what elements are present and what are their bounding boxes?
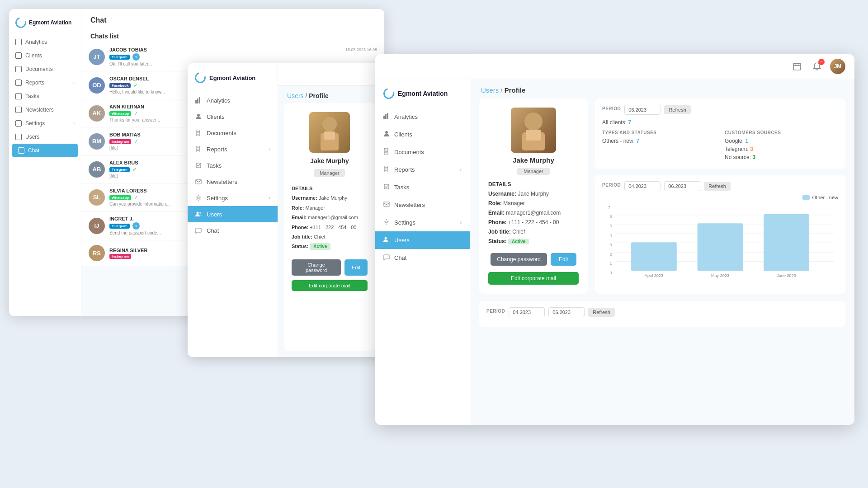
profile-role: Manager — [314, 169, 344, 177]
sidebar-item-settings-1[interactable]: Settings › — [9, 117, 81, 130]
no-source-count: 3 — [752, 154, 755, 160]
phone-row-3: Phone: +111 - 222 - 454 - 00 — [488, 219, 579, 225]
notification-icon-3[interactable] — [810, 60, 824, 73]
report-icon — [383, 166, 390, 174]
phone-row: Phone: +111 - 222 - 454 - 00 — [292, 224, 368, 231]
refresh-button-1[interactable]: Refresh — [664, 105, 691, 114]
sidebar-item-newsletters-3[interactable]: Newsletters — [375, 196, 470, 214]
window-analytics: JM Egmont Aviation Analytics Clients — [375, 54, 854, 425]
chevron-right-icon: › — [73, 121, 75, 126]
change-password-button[interactable]: Change password — [292, 259, 341, 276]
analytics-profile-card: Jake Murphy Manager DETAILS Username: Ja… — [479, 99, 588, 294]
sidebar-label: Users — [25, 134, 39, 140]
sidebar-item-clients-3[interactable]: Clients — [375, 126, 470, 143]
sidebar-item-settings-2[interactable]: Settings › — [188, 190, 278, 206]
sidebar-item-reports-1[interactable]: Reports › — [9, 76, 81, 89]
sidebar-item-tasks-2[interactable]: Tasks — [188, 157, 278, 174]
edit-corporate-mail-button-3[interactable]: Edit corporate mail — [488, 272, 579, 285]
sidebar-item-documents-2[interactable]: Documents — [188, 125, 278, 141]
users-icon — [15, 134, 22, 140]
chevron-right-icon: › — [73, 80, 75, 85]
sidebar-item-newsletters-1[interactable]: Newsletters — [9, 103, 81, 117]
avatar: SL — [89, 189, 105, 206]
chart-icon — [383, 113, 390, 121]
sidebar-item-clients-1[interactable]: Clients — [9, 49, 81, 62]
sidebar-item-chat-3[interactable]: Chat — [375, 249, 470, 267]
period-to-input[interactable] — [664, 181, 700, 191]
sidebar-item-analytics-2[interactable]: Analytics — [188, 92, 278, 108]
change-password-button-3[interactable]: Change password — [491, 253, 547, 266]
sidebar-label: Chat — [207, 227, 219, 234]
details-label: DETAILS — [292, 185, 368, 192]
chat-name: Silvia Loress — [109, 188, 147, 193]
sidebar-label: Analytics — [207, 97, 230, 104]
sidebar-item-reports-3[interactable]: Reports › — [375, 161, 470, 178]
breadcrumb-parent[interactable]: Users — [287, 92, 304, 99]
legend-box — [802, 195, 810, 200]
person-icon — [383, 131, 390, 138]
bottom-period-from[interactable] — [509, 307, 545, 317]
period-from-input[interactable] — [624, 181, 660, 191]
sidebar-item-analytics-3[interactable]: Analytics — [375, 108, 470, 126]
svg-rect-23 — [384, 202, 389, 206]
refresh-button-3[interactable]: Refresh — [588, 308, 615, 317]
sidebar-item-documents-3[interactable]: Documents — [375, 143, 470, 161]
sidebar-item-tasks-1[interactable]: Tasks — [9, 89, 81, 103]
sidebar-label: Documents — [207, 130, 236, 136]
no-source-row: No source: 3 — [725, 154, 838, 160]
sidebar-item-users-3[interactable]: Users — [375, 231, 470, 249]
sidebar-item-reports-2[interactable]: Reports › — [188, 141, 278, 157]
sidebar3-logo: Egmont Aviation — [375, 84, 470, 108]
sidebar-item-users-2[interactable]: Users — [188, 206, 278, 222]
sidebar-item-newsletters-2[interactable]: Newsletters — [188, 174, 278, 190]
period-label-1: Period — [602, 106, 621, 111]
bottom-panel: Period Refresh — [479, 301, 845, 327]
person-icon — [15, 52, 22, 59]
period-input-1[interactable] — [624, 105, 660, 115]
sidebar-item-documents-1[interactable]: Documents — [9, 62, 81, 76]
sidebar-item-tasks-3[interactable]: Tasks — [375, 178, 470, 196]
bottom-period-label: Period — [486, 309, 505, 314]
svg-text:3: 3 — [609, 243, 612, 247]
edit-button[interactable]: Edit — [344, 259, 368, 276]
chart-period-label: Period — [602, 183, 621, 188]
chat-icon — [18, 147, 24, 154]
edit-corporate-mail-button[interactable]: Edit corporate mail — [292, 280, 368, 291]
details-label-3: DETAILS — [488, 181, 579, 188]
stats-panel-1: Period Refresh All clients: 7 TYPES AND … — [595, 99, 845, 169]
sidebar-label: Reports — [25, 80, 44, 86]
app-name-1: Egmont Aviation — [29, 19, 71, 26]
sidebar-item-settings-3[interactable]: Settings › — [375, 214, 470, 231]
sidebar-item-clients-2[interactable]: Clients — [188, 108, 278, 125]
sidebar-label: Analytics — [25, 39, 47, 45]
bottom-period-to[interactable] — [548, 307, 585, 317]
edit-button-3[interactable]: Edit — [551, 253, 576, 266]
sidebar-item-chat-2[interactable]: Chat — [188, 222, 278, 239]
svg-text:7: 7 — [608, 206, 610, 210]
sidebar-item-users-1[interactable]: Users — [9, 130, 81, 144]
sidebar-item-analytics-1[interactable]: Analytics — [9, 35, 81, 49]
sidebar-item-chat-1[interactable]: Chat — [12, 144, 78, 157]
sidebar-label: Analytics — [394, 113, 418, 120]
svg-rect-46 — [698, 223, 743, 271]
status-badge: Active — [310, 243, 330, 250]
svg-text:1: 1 — [609, 261, 612, 266]
gear-icon — [195, 194, 202, 202]
breadcrumb-3: Users / Profile — [470, 79, 854, 99]
breadcrumb-parent-3[interactable]: Users — [481, 86, 499, 94]
analytics-main: Users / Profile Jake Murphy Manager — [470, 79, 854, 425]
avatar-3: JM — [830, 59, 845, 74]
refresh-button-2[interactable]: Refresh — [704, 182, 731, 191]
read-icon: ✓ — [132, 166, 137, 173]
svg-point-25 — [385, 237, 387, 239]
chevron-right-icon: › — [460, 167, 462, 172]
svg-rect-17 — [385, 114, 387, 119]
calendar-icon-3[interactable] — [790, 60, 804, 73]
status-row-3: Status: Active — [488, 238, 579, 244]
analytics-profile-role: Manager — [517, 168, 549, 175]
task-icon — [15, 93, 22, 99]
avatar: BM — [89, 133, 105, 150]
breadcrumb-current-3: Profile — [505, 86, 526, 94]
svg-text:April 2023: April 2023 — [645, 273, 663, 278]
svg-rect-0 — [195, 100, 197, 103]
